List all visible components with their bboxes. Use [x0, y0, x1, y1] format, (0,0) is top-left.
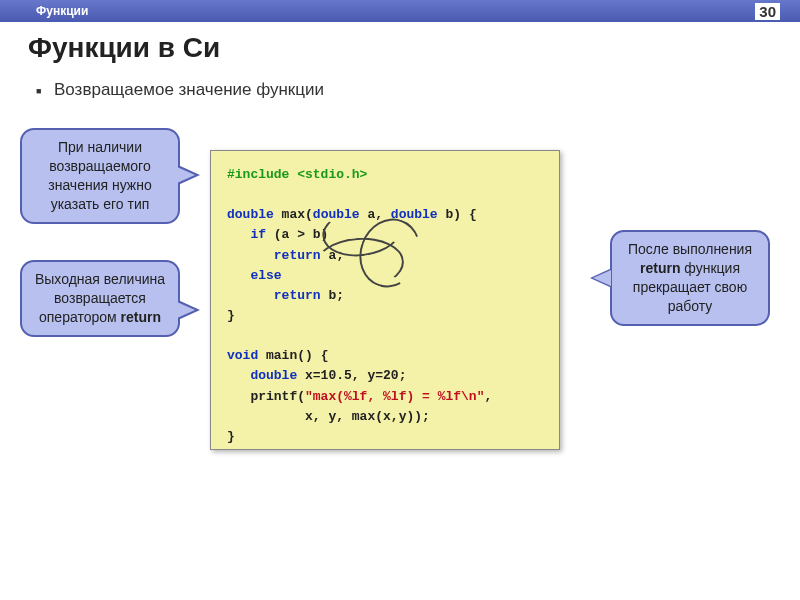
page-title: Функции в Си	[28, 32, 220, 64]
page-number: 30	[755, 3, 780, 20]
tok: (a > b)	[266, 227, 328, 242]
callout-tail	[177, 167, 195, 183]
tok-type: double	[227, 207, 274, 222]
callout-return-type: При наличии возвращаемого значения нужно…	[20, 128, 180, 224]
callout-tail	[177, 302, 195, 318]
tok-str: "max(%lf, %lf) = %lf\n"	[305, 389, 484, 404]
tok: b) {	[438, 207, 477, 222]
tok: x, y, max(x,y));	[227, 409, 430, 424]
tok: ,	[484, 389, 492, 404]
tok: }	[227, 308, 235, 323]
callout-bold: return	[121, 309, 161, 325]
tok-type: double	[227, 368, 297, 383]
tok-type: void	[227, 348, 258, 363]
code-block: #include <stdio.h> double max(double a, …	[210, 150, 560, 450]
callout-return-operator: Выходная величина возвращается операторо…	[20, 260, 180, 337]
callout-text: При наличии возвращаемого значения нужно…	[48, 139, 152, 212]
tok-kw: return	[227, 248, 321, 263]
callout-after-return: После выполнения return функция прекраща…	[610, 230, 770, 326]
callout-tail	[593, 270, 611, 286]
tok: printf(	[227, 389, 305, 404]
tok: x=10.5, y=20;	[297, 368, 406, 383]
tok-kw: else	[227, 268, 282, 283]
tok: max(	[274, 207, 313, 222]
breadcrumb-bar: Функции	[0, 0, 800, 22]
tok-kw: return	[227, 288, 321, 303]
tok: }	[227, 429, 235, 444]
tok: b;	[321, 288, 344, 303]
callout-bold: return	[640, 260, 680, 276]
tok: main() {	[258, 348, 328, 363]
bullet-item: Возвращаемое значение функции	[54, 80, 324, 100]
callout-text: После выполнения	[628, 241, 752, 257]
code-line: #include <stdio.h>	[227, 167, 367, 182]
breadcrumb: Функции	[36, 4, 88, 18]
tok-kw: if	[227, 227, 266, 242]
